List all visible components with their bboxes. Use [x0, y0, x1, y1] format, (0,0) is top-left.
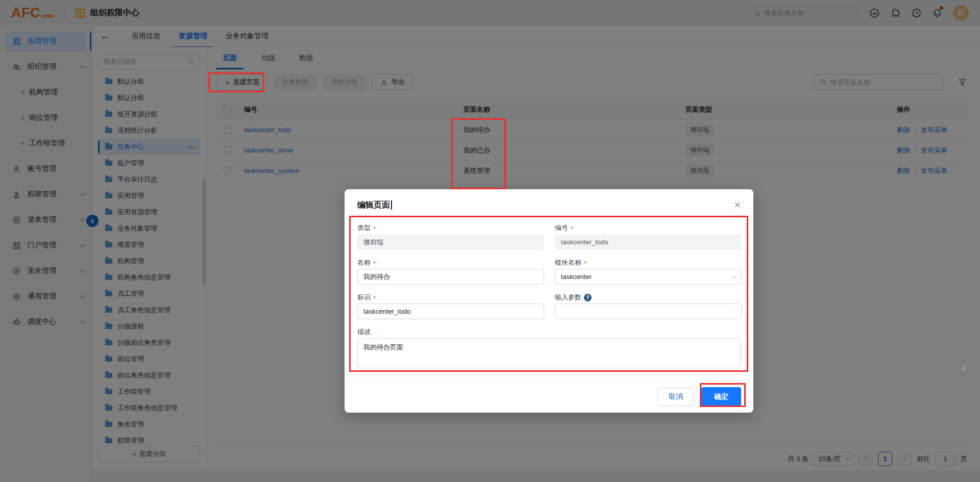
field-module: 模块名称* taskcenter [555, 257, 742, 285]
module-value: taskcenter [561, 273, 592, 281]
params-input[interactable] [555, 303, 742, 319]
field-label: 名称 [357, 258, 371, 267]
identifier-input[interactable] [357, 303, 544, 319]
chevron-down-icon [731, 273, 737, 278]
field-label: 描述 [357, 327, 371, 337]
field-label: 编号 [555, 223, 568, 233]
field-description: 描述 我的待办页面 [357, 326, 741, 368]
screen: AFC enter 组织权限中心 租 应用管理 组织管理 [0, 0, 980, 482]
question-circle-icon[interactable]: ? [584, 294, 592, 301]
field-label: 标识 [357, 293, 371, 302]
confirm-button[interactable]: 确定 [701, 387, 741, 407]
field-name: 名称* [357, 257, 544, 285]
field-code: 编号* [555, 222, 742, 250]
name-input[interactable] [357, 269, 544, 285]
type-input[interactable] [357, 234, 544, 250]
modal-title: 编辑页面 [357, 200, 392, 211]
module-select[interactable]: taskcenter [555, 269, 742, 285]
field-label: 输入参数 [555, 293, 581, 302]
modal-header: 编辑页面 × [357, 199, 741, 211]
field-identifier: 标识* [357, 291, 544, 319]
field-label: 类型 [357, 223, 371, 233]
modal-form: 类型* 编号* 名称* 模块名称* taskcenter 标识* [357, 222, 741, 326]
cancel-button[interactable]: 取消 [657, 388, 694, 406]
field-params: 输入参数? [555, 291, 742, 319]
code-input[interactable] [555, 234, 742, 250]
required-asterisk: * [373, 260, 376, 267]
edit-page-modal: 编辑页面 × 类型* 编号* 名称* 模块名称* taskcenter [345, 189, 753, 413]
required-asterisk: * [571, 225, 573, 233]
required-asterisk: * [373, 225, 376, 233]
required-asterisk: * [584, 260, 586, 267]
description-textarea[interactable]: 我的待办页面 [357, 338, 741, 368]
field-type: 类型* [357, 222, 544, 250]
field-label: 模块名称 [555, 258, 581, 267]
text-cursor [391, 200, 392, 210]
close-icon[interactable]: × [734, 199, 741, 211]
modal-footer: 取消 确定 [345, 380, 753, 413]
required-asterisk: * [373, 294, 376, 302]
